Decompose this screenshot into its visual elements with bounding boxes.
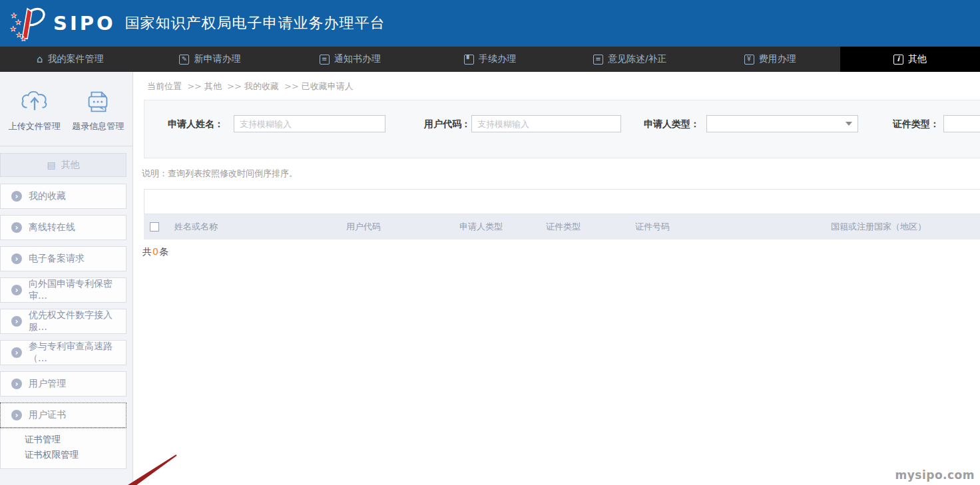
nav-item-notices[interactable]: ≡ 通知书办理: [280, 47, 420, 72]
sidebar-item-offline-to-online[interactable]: › 离线转在线: [0, 215, 126, 240]
applicant-type-label: 申请人类型：: [617, 115, 700, 132]
sidebar-item-user-management[interactable]: › 用户管理: [0, 371, 126, 397]
home-icon: ⌂: [37, 55, 43, 65]
info-icon: i: [893, 55, 903, 65]
main-content: 当前位置 >>其他 >>我的收藏 >>已收藏申请人 申请人姓名： 用户代码： 申…: [133, 72, 980, 485]
breadcrumb-separator: >>: [227, 81, 242, 91]
sidebar-divider: [0, 146, 132, 146]
bibliographic-info-icon: [83, 88, 113, 116]
user-certificate-submenu: 证书管理 证书权限管理: [0, 428, 126, 469]
nav-item-new-application[interactable]: ✎ 新申请办理: [140, 47, 280, 72]
sipo-logo-icon: ★★ ★★ ★: [9, 5, 48, 41]
breadcrumb: 当前位置 >>其他 >>我的收藏 >>已收藏申请人: [133, 72, 980, 100]
upload-file-management[interactable]: 上传文件管理: [3, 88, 67, 132]
sidebar-item-label: 用户管理: [29, 378, 66, 390]
sidebar-item-user-certificate[interactable]: › 用户证书: [0, 403, 126, 428]
search-form: 申请人姓名： 用户代码： 申请人类型： 证件类型：: [144, 100, 980, 158]
certificate-type-label: 证件类型：: [870, 115, 939, 132]
page: ★★ ★★ ★ SIPO 国家知识产权局电子申请业务办理平台 ⌂ 我的案件管理 …: [0, 0, 980, 485]
nav-label: 通知书办理: [334, 53, 381, 65]
column-header-name: 姓名或名称: [174, 221, 346, 233]
procedure-icon: ▘: [464, 55, 474, 65]
sidebar-item-e-record-request[interactable]: › 电子备案请求: [0, 246, 126, 271]
mysipo-watermark: mysipo.com: [895, 468, 975, 482]
breadcrumb-prefix: 当前位置: [147, 81, 182, 91]
nav-label: 意见陈述/补正: [608, 53, 667, 65]
chevron-right-icon: ›: [11, 347, 22, 358]
sidebar-item-priority-document-access[interactable]: › 优先权文件数字接入服…: [0, 309, 126, 334]
chevron-right-icon: ›: [11, 253, 22, 264]
nav-label: 手续办理: [479, 53, 516, 65]
sidebar-item-my-favorites[interactable]: › 我的收藏: [0, 184, 126, 209]
notice-doc-icon: ≡: [320, 55, 330, 65]
record-count-value: 0: [152, 246, 159, 257]
list-sort-note: 说明：查询列表按照修改时间倒序排序。: [142, 168, 980, 180]
column-header-certificate-type: 证件类型: [546, 221, 635, 233]
nav-label: 费用办理: [759, 53, 796, 65]
chevron-right-icon: ›: [11, 379, 22, 389]
nav-item-my-cases[interactable]: ⌂ 我的案件管理: [0, 47, 140, 72]
user-code-label: 用户代码：: [401, 115, 471, 132]
sidebar-item-label: 离线转在线: [29, 222, 75, 234]
chevron-right-icon: ›: [11, 410, 22, 420]
statement-doc-icon: ≡: [593, 55, 603, 65]
record-count: 共0条: [142, 246, 980, 258]
quick-action-label: 上传文件管理: [9, 120, 61, 132]
applicant-name-label: 申请人姓名：: [144, 115, 224, 132]
bibliographic-info-management[interactable]: 题录信息管理: [67, 88, 130, 132]
record-count-suffix: 条: [159, 246, 168, 257]
breadcrumb-item-others[interactable]: 其他: [204, 81, 222, 91]
chevron-right-icon: ›: [11, 285, 22, 295]
select-all-checkbox[interactable]: [150, 222, 159, 232]
fee-yuan-icon: ¥: [744, 55, 754, 65]
nav-item-others[interactable]: i 其他: [840, 47, 980, 72]
sidebar-item-foreign-filing-confidentiality[interactable]: › 向外国申请专利保密审…: [0, 277, 126, 303]
chevron-right-icon: ›: [11, 191, 22, 202]
sidebar-section-others: ▤ 其他: [0, 153, 126, 177]
nav-label: 我的案件管理: [47, 53, 103, 65]
submenu-item-certificate-permission-management[interactable]: 证书权限管理: [25, 447, 126, 462]
certificate-type-input[interactable]: [943, 115, 980, 132]
sidebar-item-patent-highway[interactable]: › 参与专利审查高速路（…: [0, 340, 126, 365]
main-nav: ⌂ 我的案件管理 ✎ 新申请办理 ≡ 通知书办理 ▘ 手续办理 ≡ 意见陈述/补…: [0, 47, 980, 72]
chevron-right-icon: ›: [11, 222, 22, 233]
breadcrumb-item-my-favorites[interactable]: 我的收藏: [244, 81, 279, 91]
breadcrumb-item-favorited-applicants: 已收藏申请人: [302, 81, 354, 91]
table-toolbar: [144, 189, 980, 214]
sidebar-item-label: 向外国申请专利保密审…: [29, 278, 126, 302]
table-header-row: 姓名或名称 用户代码 申请人类型 证件类型 证件号码 国籍或注册国家（地区）: [144, 214, 980, 240]
record-count-prefix: 共: [142, 246, 152, 257]
column-header-certificate-number: 证件号码: [635, 221, 831, 233]
section-header-label: 其他: [61, 159, 80, 171]
sidebar-item-label: 参与专利审查高速路（…: [29, 341, 126, 365]
column-header-nationality: 国籍或注册国家（地区）: [831, 221, 980, 233]
sidebar: 上传文件管理 题录信息管理 ▤: [0, 72, 133, 485]
page-title: 国家知识产权局电子申请业务办理平台: [125, 13, 385, 33]
sidebar-quick-actions: 上传文件管理 题录信息管理: [0, 81, 132, 143]
column-header-applicant-type: 申请人类型: [459, 221, 546, 233]
sidebar-item-label: 我的收藏: [29, 190, 66, 202]
applicant-type-select[interactable]: [706, 115, 858, 132]
submenu-item-certificate-management[interactable]: 证书管理: [25, 432, 126, 447]
nav-item-procedures[interactable]: ▘ 手续办理: [420, 47, 560, 72]
select-all-cell: [144, 222, 174, 232]
breadcrumb-separator: >>: [187, 81, 202, 91]
user-code-input[interactable]: [471, 115, 621, 132]
app-header: ★★ ★★ ★ SIPO 国家知识产权局电子申请业务办理平台: [0, 0, 980, 47]
nav-item-fees[interactable]: ¥ 费用办理: [700, 47, 840, 72]
breadcrumb-separator: >>: [284, 81, 299, 91]
brand-text: SIPO: [53, 12, 116, 35]
edit-icon: ✎: [179, 55, 189, 65]
quick-action-label: 题录信息管理: [72, 120, 124, 132]
nav-label: 新申请办理: [194, 53, 240, 65]
svg-text:★: ★: [20, 35, 27, 41]
sidebar-item-label: 电子备案请求: [29, 253, 85, 265]
cloud-upload-icon: [19, 88, 50, 116]
applicant-name-input[interactable]: [234, 115, 385, 132]
nav-label: 其他: [908, 53, 927, 65]
sidebar-item-label: 用户证书: [29, 409, 66, 421]
sidebar-item-label: 优先权文件数字接入服…: [29, 309, 126, 333]
chevron-down-icon: [846, 122, 852, 126]
chevron-right-icon: ›: [11, 316, 22, 327]
nav-item-statements[interactable]: ≡ 意见陈述/补正: [560, 47, 700, 72]
